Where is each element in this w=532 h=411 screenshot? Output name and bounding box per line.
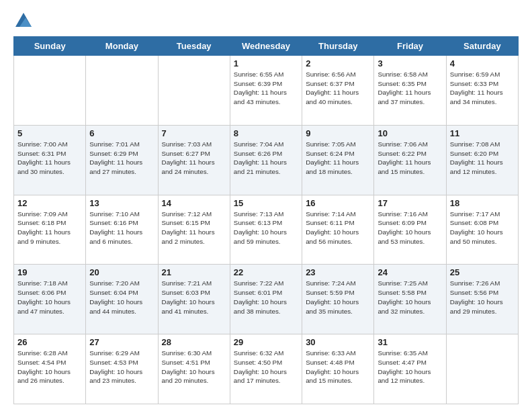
weekday-header: Sunday — [14, 37, 86, 56]
day-info: Sunrise: 6:30 AM Sunset: 4:51 PM Dayligh… — [162, 349, 226, 385]
day-info: Sunrise: 7:04 AM Sunset: 6:26 PM Dayligh… — [234, 140, 298, 177]
day-info: Sunrise: 7:01 AM Sunset: 6:29 PM Dayligh… — [89, 140, 154, 177]
day-info: Sunrise: 7:03 AM Sunset: 6:27 PM Dayligh… — [162, 140, 226, 177]
weekday-header: Friday — [374, 37, 446, 56]
day-number: 29 — [234, 337, 298, 347]
calendar-cell: 2Sunrise: 6:56 AM Sunset: 6:37 PM Daylig… — [302, 56, 374, 126]
day-info: Sunrise: 7:08 AM Sunset: 6:20 PM Dayligh… — [450, 140, 515, 177]
weekday-header: Thursday — [302, 37, 374, 56]
day-number: 19 — [17, 267, 82, 277]
header — [13, 11, 519, 31]
weekday-header: Wednesday — [230, 37, 302, 56]
day-info: Sunrise: 7:14 AM Sunset: 6:11 PM Dayligh… — [306, 210, 370, 246]
calendar-cell — [14, 56, 86, 126]
day-info: Sunrise: 6:32 AM Sunset: 4:50 PM Dayligh… — [234, 349, 298, 385]
day-number: 9 — [306, 128, 370, 138]
calendar-cell: 8Sunrise: 7:04 AM Sunset: 6:26 PM Daylig… — [230, 125, 302, 195]
day-number: 15 — [234, 198, 298, 208]
calendar-cell: 13Sunrise: 7:10 AM Sunset: 6:16 PM Dayli… — [86, 195, 158, 265]
day-number: 28 — [162, 337, 226, 347]
calendar-week-row: 26Sunrise: 6:28 AM Sunset: 4:54 PM Dayli… — [14, 334, 519, 404]
calendar-week-row: 12Sunrise: 7:09 AM Sunset: 6:18 PM Dayli… — [14, 195, 519, 265]
day-number: 25 — [450, 267, 515, 277]
calendar-cell — [446, 334, 518, 404]
day-number: 8 — [234, 128, 298, 138]
day-info: Sunrise: 6:28 AM Sunset: 4:54 PM Dayligh… — [17, 349, 82, 385]
calendar: SundayMondayTuesdayWednesdayThursdayFrid… — [13, 36, 519, 404]
day-info: Sunrise: 7:20 AM Sunset: 6:04 PM Dayligh… — [89, 279, 154, 316]
day-info: Sunrise: 7:05 AM Sunset: 6:24 PM Dayligh… — [306, 140, 370, 177]
day-number: 11 — [450, 128, 515, 138]
day-info: Sunrise: 7:00 AM Sunset: 6:31 PM Dayligh… — [17, 140, 82, 177]
calendar-cell — [158, 56, 230, 126]
calendar-cell: 14Sunrise: 7:12 AM Sunset: 6:15 PM Dayli… — [158, 195, 230, 265]
day-number: 30 — [306, 337, 370, 347]
day-number: 18 — [450, 198, 515, 208]
day-info: Sunrise: 6:29 AM Sunset: 4:53 PM Dayligh… — [89, 349, 154, 385]
day-number: 7 — [162, 128, 226, 138]
day-info: Sunrise: 6:59 AM Sunset: 6:33 PM Dayligh… — [450, 70, 515, 107]
day-info: Sunrise: 7:26 AM Sunset: 5:56 PM Dayligh… — [450, 279, 515, 316]
calendar-cell: 18Sunrise: 7:17 AM Sunset: 6:08 PM Dayli… — [446, 195, 518, 265]
day-info: Sunrise: 6:56 AM Sunset: 6:37 PM Dayligh… — [306, 70, 370, 107]
calendar-cell: 10Sunrise: 7:06 AM Sunset: 6:22 PM Dayli… — [374, 125, 446, 195]
calendar-cell: 12Sunrise: 7:09 AM Sunset: 6:18 PM Dayli… — [14, 195, 86, 265]
calendar-cell: 3Sunrise: 6:58 AM Sunset: 6:35 PM Daylig… — [374, 56, 446, 126]
day-number: 12 — [17, 198, 82, 208]
day-info: Sunrise: 7:12 AM Sunset: 6:15 PM Dayligh… — [162, 210, 226, 246]
day-info: Sunrise: 6:58 AM Sunset: 6:35 PM Dayligh… — [378, 70, 442, 107]
page: SundayMondayTuesdayWednesdayThursdayFrid… — [0, 0, 532, 411]
calendar-cell: 11Sunrise: 7:08 AM Sunset: 6:20 PM Dayli… — [446, 125, 518, 195]
day-number: 22 — [234, 267, 298, 277]
calendar-header-row: SundayMondayTuesdayWednesdayThursdayFrid… — [14, 37, 519, 56]
day-number: 26 — [17, 337, 82, 347]
calendar-cell: 1Sunrise: 6:55 AM Sunset: 6:39 PM Daylig… — [230, 56, 302, 126]
day-info: Sunrise: 7:18 AM Sunset: 6:06 PM Dayligh… — [17, 279, 82, 316]
day-info: Sunrise: 6:35 AM Sunset: 4:47 PM Dayligh… — [378, 349, 442, 385]
logo — [13, 11, 36, 31]
calendar-cell: 7Sunrise: 7:03 AM Sunset: 6:27 PM Daylig… — [158, 125, 230, 195]
calendar-cell: 25Sunrise: 7:26 AM Sunset: 5:56 PM Dayli… — [446, 265, 518, 334]
calendar-cell: 30Sunrise: 6:33 AM Sunset: 4:48 PM Dayli… — [302, 334, 374, 404]
calendar-cell: 19Sunrise: 7:18 AM Sunset: 6:06 PM Dayli… — [14, 265, 86, 334]
calendar-cell: 6Sunrise: 7:01 AM Sunset: 6:29 PM Daylig… — [86, 125, 158, 195]
calendar-cell: 24Sunrise: 7:25 AM Sunset: 5:58 PM Dayli… — [374, 265, 446, 334]
calendar-cell: 16Sunrise: 7:14 AM Sunset: 6:11 PM Dayli… — [302, 195, 374, 265]
logo-icon — [13, 11, 34, 31]
calendar-cell: 22Sunrise: 7:22 AM Sunset: 6:01 PM Dayli… — [230, 265, 302, 334]
day-number: 27 — [89, 337, 154, 347]
calendar-week-row: 1Sunrise: 6:55 AM Sunset: 6:39 PM Daylig… — [14, 56, 519, 126]
calendar-cell: 4Sunrise: 6:59 AM Sunset: 6:33 PM Daylig… — [446, 56, 518, 126]
weekday-header: Saturday — [446, 37, 518, 56]
day-number: 31 — [378, 337, 442, 347]
day-number: 10 — [378, 128, 442, 138]
calendar-cell — [86, 56, 158, 126]
calendar-cell: 31Sunrise: 6:35 AM Sunset: 4:47 PM Dayli… — [374, 334, 446, 404]
day-info: Sunrise: 7:25 AM Sunset: 5:58 PM Dayligh… — [378, 279, 442, 316]
calendar-cell: 15Sunrise: 7:13 AM Sunset: 6:13 PM Dayli… — [230, 195, 302, 265]
day-info: Sunrise: 7:17 AM Sunset: 6:08 PM Dayligh… — [450, 210, 515, 246]
calendar-cell: 20Sunrise: 7:20 AM Sunset: 6:04 PM Dayli… — [86, 265, 158, 334]
day-number: 2 — [306, 58, 370, 68]
calendar-cell: 9Sunrise: 7:05 AM Sunset: 6:24 PM Daylig… — [302, 125, 374, 195]
day-info: Sunrise: 7:06 AM Sunset: 6:22 PM Dayligh… — [378, 140, 442, 177]
day-number: 20 — [89, 267, 154, 277]
day-number: 3 — [378, 58, 442, 68]
day-number: 17 — [378, 198, 442, 208]
day-number: 1 — [234, 58, 298, 68]
calendar-cell: 23Sunrise: 7:24 AM Sunset: 5:59 PM Dayli… — [302, 265, 374, 334]
calendar-cell: 21Sunrise: 7:21 AM Sunset: 6:03 PM Dayli… — [158, 265, 230, 334]
day-number: 24 — [378, 267, 442, 277]
day-number: 14 — [162, 198, 226, 208]
day-number: 23 — [306, 267, 370, 277]
day-info: Sunrise: 7:16 AM Sunset: 6:09 PM Dayligh… — [378, 210, 442, 246]
calendar-cell: 28Sunrise: 6:30 AM Sunset: 4:51 PM Dayli… — [158, 334, 230, 404]
day-info: Sunrise: 7:21 AM Sunset: 6:03 PM Dayligh… — [162, 279, 226, 316]
calendar-cell: 17Sunrise: 7:16 AM Sunset: 6:09 PM Dayli… — [374, 195, 446, 265]
calendar-week-row: 19Sunrise: 7:18 AM Sunset: 6:06 PM Dayli… — [14, 265, 519, 334]
day-info: Sunrise: 7:13 AM Sunset: 6:13 PM Dayligh… — [234, 210, 298, 246]
calendar-cell: 27Sunrise: 6:29 AM Sunset: 4:53 PM Dayli… — [86, 334, 158, 404]
day-number: 6 — [89, 128, 154, 138]
calendar-cell: 26Sunrise: 6:28 AM Sunset: 4:54 PM Dayli… — [14, 334, 86, 404]
day-info: Sunrise: 7:24 AM Sunset: 5:59 PM Dayligh… — [306, 279, 370, 316]
